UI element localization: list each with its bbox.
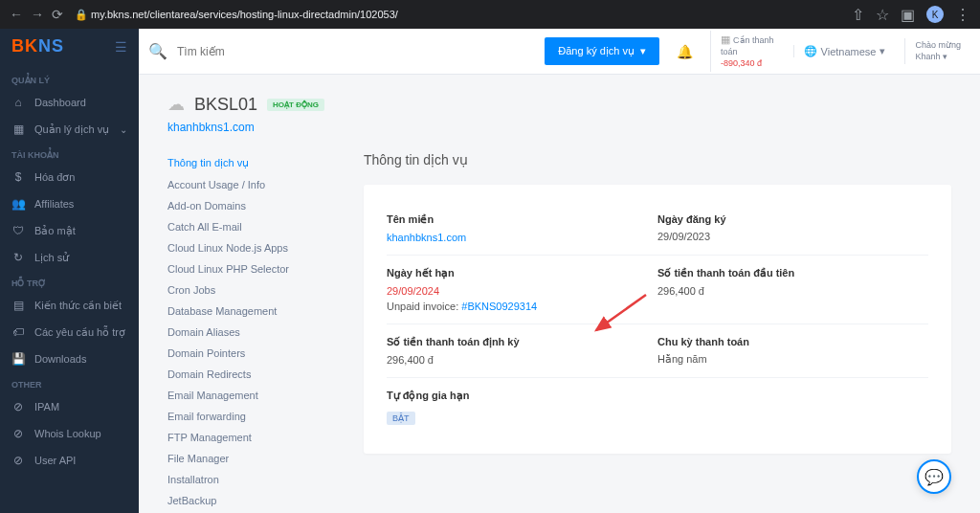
sidebar-section-manage: QUẢN LÝ bbox=[0, 68, 139, 89]
sidebar-item-services[interactable]: ▦Quản lý dịch vụ⌄ bbox=[0, 116, 139, 143]
menu-cron-jobs[interactable]: Cron Jobs bbox=[167, 279, 335, 301]
menu-domain-pointers[interactable]: Domain Pointers bbox=[167, 343, 335, 364]
expiry-label: Ngày hết hạn bbox=[387, 267, 657, 279]
browser-nav-controls: ← → ⟳ bbox=[10, 7, 63, 22]
menu-account-usage[interactable]: Account Usage / Info bbox=[167, 174, 335, 195]
search-icon: 🔍 bbox=[148, 42, 167, 60]
forward-icon[interactable]: → bbox=[31, 7, 44, 22]
sidebar-item-support-req[interactable]: 🏷Các yêu cầu hỗ trợ bbox=[0, 319, 139, 346]
search-box[interactable]: 🔍 bbox=[148, 42, 535, 60]
menu-domain-aliases[interactable]: Domain Aliases bbox=[167, 322, 335, 343]
menu-catchall-email[interactable]: Catch All E-mail bbox=[167, 216, 335, 237]
sidebar-item-whois[interactable]: ⊘Whois Lookup bbox=[0, 420, 139, 447]
payment-due-box[interactable]: ▦ Cần thanh toán -890,340 đ bbox=[710, 31, 784, 71]
first-payment-label: Số tiền thanh toán đầu tiên bbox=[657, 267, 928, 279]
shield-icon: 🛡 bbox=[11, 224, 25, 237]
chevron-down-icon: ▾ bbox=[880, 45, 885, 57]
url-bar[interactable]: 🔒 my.bkns.net/clientarea/services/hostin… bbox=[75, 9, 840, 21]
sidebar-item-knowledge[interactable]: ▤Kiến thức cần biết bbox=[0, 292, 139, 319]
sidebar-item-affiliates[interactable]: 👥Affiliates bbox=[0, 190, 139, 217]
back-icon[interactable]: ← bbox=[10, 7, 23, 22]
recurring-label: Số tiền thanh toán định kỳ bbox=[387, 336, 657, 348]
home-icon: ⌂ bbox=[11, 96, 25, 109]
unpaid-invoice-line: Unpaid invoice: #BKNS0929314 bbox=[387, 301, 657, 312]
link-icon: ⊘ bbox=[11, 427, 25, 440]
browser-right-icons: ⇧ ☆ ▣ K ⋮ bbox=[852, 6, 970, 24]
user-menu[interactable]: Chào mừng Khanh ▾ bbox=[904, 38, 970, 64]
expiry-value: 29/09/2024 bbox=[387, 285, 657, 297]
sidebar-item-dashboard[interactable]: ⌂Dashboard bbox=[0, 89, 139, 116]
menu-ftp-mgmt[interactable]: FTP Management bbox=[167, 427, 335, 448]
browser-profile-avatar[interactable]: K bbox=[926, 6, 944, 23]
sidebar-item-ipam[interactable]: ⊘IPAM bbox=[0, 393, 139, 420]
extension-icon[interactable]: ▣ bbox=[901, 6, 915, 24]
chevron-down-icon: ▾ bbox=[943, 52, 947, 61]
link-icon: ⊘ bbox=[11, 400, 25, 413]
ticket-icon: 🏷 bbox=[11, 325, 25, 339]
language-selector[interactable]: 🌐 Vietnamese ▾ bbox=[793, 45, 896, 57]
history-icon: ↻ bbox=[11, 251, 25, 264]
sidebar-section-support: HỖ TRỢ bbox=[0, 271, 139, 292]
menu-nodejs-apps[interactable]: Cloud Linux Node.js Apps bbox=[167, 237, 335, 258]
register-service-button[interactable]: Đăng ký dịch vụ ▾ bbox=[545, 37, 659, 65]
service-header: ☁ BKSL01 HOẠT ĐỘNG khanhbkns1.com bbox=[167, 94, 951, 135]
more-icon[interactable]: ⋮ bbox=[955, 6, 970, 24]
cycle-value: Hằng năm bbox=[657, 353, 928, 366]
cloud-icon: ☁ bbox=[167, 94, 185, 115]
reload-icon[interactable]: ⟳ bbox=[52, 7, 63, 22]
sidebar-section-other: OTHER bbox=[0, 372, 139, 393]
wallet-icon: ▦ bbox=[721, 33, 733, 45]
menu-file-manager[interactable]: File Manager bbox=[167, 448, 335, 469]
menu-email-fwd[interactable]: Email forwarding bbox=[167, 406, 335, 427]
domain-label: Tên miền bbox=[387, 213, 657, 226]
sidebar-item-downloads[interactable]: 💾Downloads bbox=[0, 346, 139, 372]
bell-icon[interactable]: 🔔 bbox=[669, 44, 701, 59]
recurring-value: 296,400 đ bbox=[387, 354, 657, 366]
link-icon: ⊘ bbox=[11, 454, 25, 467]
menu-addon-domains[interactable]: Add-on Domains bbox=[167, 195, 335, 216]
sidebar-item-userapi[interactable]: ⊘User API bbox=[0, 447, 139, 474]
menu-installatron[interactable]: Installatron bbox=[167, 469, 335, 490]
sidebar-section-account: TÀI KHOẢN bbox=[0, 143, 139, 164]
service-domain-link[interactable]: khanhbkns1.com bbox=[167, 121, 255, 134]
first-payment-value: 296,400 đ bbox=[657, 285, 928, 297]
reg-date-label: Ngày đăng ký bbox=[657, 213, 928, 225]
dollar-icon: $ bbox=[11, 170, 25, 184]
chat-bubble-button[interactable]: 💬 bbox=[917, 459, 951, 494]
menu-domain-redirects[interactable]: Domain Redirects bbox=[167, 364, 335, 385]
menu-database-mgmt[interactable]: Database Management bbox=[167, 301, 335, 322]
reg-date-value: 29/09/2023 bbox=[657, 231, 928, 242]
service-menu: Thông tin dịch vụ Account Usage / Info A… bbox=[167, 152, 335, 513]
unpaid-invoice-link[interactable]: #BKNS0929314 bbox=[461, 301, 537, 312]
download-icon: 💾 bbox=[11, 352, 25, 366]
share-icon[interactable]: ⇧ bbox=[852, 6, 864, 24]
browser-chrome-bar: ← → ⟳ 🔒 my.bkns.net/clientarea/services/… bbox=[0, 0, 980, 29]
grid-icon: ▦ bbox=[11, 123, 25, 136]
menu-jetbackup[interactable]: JetBackup bbox=[167, 490, 335, 511]
main-sidebar: BKNS ☰ QUẢN LÝ ⌂Dashboard ▦Quản lý dịch … bbox=[0, 29, 139, 513]
top-header: 🔍 Đăng ký dịch vụ ▾ 🔔 ▦ Cần thanh toán -… bbox=[139, 29, 980, 75]
status-badge: HOẠT ĐỘNG bbox=[267, 99, 324, 111]
star-icon[interactable]: ☆ bbox=[876, 6, 889, 24]
info-card: Tên miền khanhbkns1.com Ngày đăng ký 29/… bbox=[364, 185, 951, 454]
menu-php-selector[interactable]: Cloud Linux PHP Selector bbox=[167, 258, 335, 279]
logo[interactable]: BKNS bbox=[11, 36, 64, 56]
globe-icon: 🌐 bbox=[804, 45, 817, 57]
menu-service-info[interactable]: Thông tin dịch vụ bbox=[167, 152, 335, 174]
menu-toggle-icon[interactable]: ☰ bbox=[115, 39, 127, 55]
chat-icon: 💬 bbox=[924, 468, 944, 486]
sidebar-item-history[interactable]: ↻Lịch sử bbox=[0, 244, 139, 271]
domain-value-link[interactable]: khanhbkns1.com bbox=[387, 232, 657, 243]
book-icon: ▤ bbox=[11, 299, 25, 312]
autorenew-toggle[interactable]: BẬT bbox=[387, 412, 415, 425]
menu-email-mgmt[interactable]: Email Management bbox=[167, 385, 335, 406]
details-section-title: Thông tin dịch vụ bbox=[364, 152, 951, 167]
cycle-label: Chu kỳ thanh toán bbox=[657, 336, 928, 347]
users-icon: 👥 bbox=[11, 197, 25, 211]
sidebar-item-invoice[interactable]: $Hóa đơn bbox=[0, 164, 139, 190]
search-input[interactable] bbox=[177, 45, 535, 58]
chevron-down-icon: ▾ bbox=[640, 45, 646, 57]
chevron-down-icon: ⌄ bbox=[120, 124, 127, 135]
sidebar-item-security[interactable]: 🛡Bảo mật bbox=[0, 217, 139, 244]
service-name: BKSL01 bbox=[194, 95, 257, 115]
